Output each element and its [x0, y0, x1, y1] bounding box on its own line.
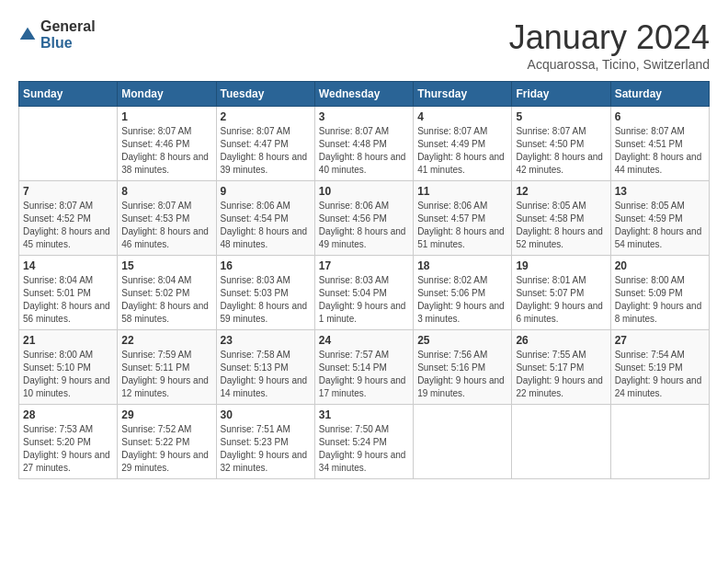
day-info: Sunrise: 8:07 AMSunset: 4:47 PMDaylight:…	[221, 125, 311, 177]
weekday-header-monday: Monday	[118, 82, 216, 107]
calendar-cell: 18Sunrise: 8:02 AMSunset: 5:06 PMDayligh…	[414, 256, 512, 330]
calendar-cell: 6Sunrise: 8:07 AMSunset: 4:51 PMDaylight…	[610, 107, 709, 181]
day-number: 1	[121, 110, 211, 123]
day-info: Sunrise: 8:06 AMSunset: 4:57 PMDaylight:…	[417, 200, 507, 251]
day-info: Sunrise: 8:04 AMSunset: 5:02 PMDaylight:…	[121, 274, 211, 326]
weekday-header-sunday: Sunday	[19, 82, 118, 107]
day-info: Sunrise: 8:07 AMSunset: 4:52 PMDaylight:…	[23, 200, 113, 251]
day-info: Sunrise: 8:03 AMSunset: 5:03 PMDaylight:…	[221, 274, 311, 326]
day-info: Sunrise: 7:51 AMSunset: 5:23 PMDaylight:…	[221, 423, 311, 475]
day-number: 25	[417, 334, 507, 347]
day-info: Sunrise: 8:01 AMSunset: 5:07 PMDaylight:…	[516, 274, 606, 326]
day-info: Sunrise: 7:59 AMSunset: 5:11 PMDaylight:…	[121, 349, 211, 400]
weekday-header-friday: Friday	[512, 82, 610, 107]
calendar-cell: 27Sunrise: 7:54 AMSunset: 5:19 PMDayligh…	[610, 330, 709, 405]
calendar-cell: 4Sunrise: 8:07 AMSunset: 4:49 PMDaylight…	[414, 107, 512, 181]
day-number: 9	[221, 185, 311, 198]
calendar-cell: 1Sunrise: 8:07 AMSunset: 4:46 PMDaylight…	[118, 107, 216, 181]
day-number: 17	[319, 259, 409, 272]
calendar-cell: 12Sunrise: 8:05 AMSunset: 4:58 PMDayligh…	[512, 181, 610, 256]
calendar-cell: 11Sunrise: 8:06 AMSunset: 4:57 PMDayligh…	[414, 181, 512, 256]
day-info: Sunrise: 7:56 AMSunset: 5:16 PMDaylight:…	[417, 349, 507, 400]
calendar-cell: 22Sunrise: 7:59 AMSunset: 5:11 PMDayligh…	[118, 330, 216, 405]
location-subtitle: Acquarossa, Ticino, Switzerland	[509, 57, 710, 72]
calendar-cell: 15Sunrise: 8:04 AMSunset: 5:02 PMDayligh…	[118, 256, 216, 330]
calendar-week-2: 7Sunrise: 8:07 AMSunset: 4:52 PMDaylight…	[19, 181, 710, 256]
weekday-header-thursday: Thursday	[414, 82, 512, 107]
day-number: 30	[221, 408, 311, 421]
day-info: Sunrise: 8:02 AMSunset: 5:06 PMDaylight:…	[417, 274, 507, 326]
logo-general: General	[40, 18, 96, 35]
day-number: 4	[417, 110, 507, 123]
day-number: 23	[221, 334, 311, 347]
calendar-cell	[610, 405, 709, 479]
calendar-cell	[19, 107, 118, 181]
logo-icon	[18, 26, 37, 44]
weekday-header-row: SundayMondayTuesdayWednesdayThursdayFrid…	[19, 82, 710, 107]
calendar-cell: 14Sunrise: 8:04 AMSunset: 5:01 PMDayligh…	[19, 256, 118, 330]
day-number: 21	[23, 334, 113, 347]
month-title: January 2024	[509, 18, 710, 57]
calendar-cell: 30Sunrise: 7:51 AMSunset: 5:23 PMDayligh…	[216, 405, 314, 479]
day-info: Sunrise: 8:05 AMSunset: 4:58 PMDaylight:…	[516, 200, 606, 251]
calendar-cell	[512, 405, 610, 479]
day-number: 31	[319, 408, 409, 421]
calendar-cell: 8Sunrise: 8:07 AMSunset: 4:53 PMDaylight…	[118, 181, 216, 256]
day-info: Sunrise: 8:07 AMSunset: 4:53 PMDaylight:…	[121, 200, 211, 251]
day-number: 13	[615, 185, 705, 198]
day-number: 8	[121, 185, 211, 198]
weekday-header-wednesday: Wednesday	[314, 82, 413, 107]
day-info: Sunrise: 7:50 AMSunset: 5:24 PMDaylight:…	[319, 423, 409, 475]
day-number: 22	[121, 334, 211, 347]
logo: General Blue	[18, 18, 96, 51]
day-info: Sunrise: 8:05 AMSunset: 4:59 PMDaylight:…	[615, 200, 705, 251]
day-number: 11	[417, 185, 507, 198]
calendar-cell: 10Sunrise: 8:06 AMSunset: 4:56 PMDayligh…	[314, 181, 413, 256]
logo-blue: Blue	[40, 35, 96, 52]
day-number: 16	[221, 259, 311, 272]
calendar-cell: 7Sunrise: 8:07 AMSunset: 4:52 PMDaylight…	[19, 181, 118, 256]
day-info: Sunrise: 8:07 AMSunset: 4:48 PMDaylight:…	[319, 125, 409, 177]
day-number: 6	[615, 110, 705, 123]
day-number: 24	[319, 334, 409, 347]
calendar-cell: 9Sunrise: 8:06 AMSunset: 4:54 PMDaylight…	[216, 181, 314, 256]
day-number: 12	[516, 185, 606, 198]
calendar-cell: 3Sunrise: 8:07 AMSunset: 4:48 PMDaylight…	[314, 107, 413, 181]
calendar-cell: 13Sunrise: 8:05 AMSunset: 4:59 PMDayligh…	[610, 181, 709, 256]
day-number: 10	[319, 185, 409, 198]
day-info: Sunrise: 8:06 AMSunset: 4:54 PMDaylight:…	[221, 200, 311, 251]
calendar-cell: 21Sunrise: 8:00 AMSunset: 5:10 PMDayligh…	[19, 330, 118, 405]
day-info: Sunrise: 7:53 AMSunset: 5:20 PMDaylight:…	[23, 423, 113, 475]
day-number: 27	[615, 334, 705, 347]
calendar-cell: 28Sunrise: 7:53 AMSunset: 5:20 PMDayligh…	[19, 405, 118, 479]
day-number: 14	[23, 259, 113, 272]
weekday-header-saturday: Saturday	[610, 82, 709, 107]
calendar-cell: 20Sunrise: 8:00 AMSunset: 5:09 PMDayligh…	[610, 256, 709, 330]
calendar-cell: 24Sunrise: 7:57 AMSunset: 5:14 PMDayligh…	[314, 330, 413, 405]
day-info: Sunrise: 8:04 AMSunset: 5:01 PMDaylight:…	[23, 274, 113, 326]
calendar-week-1: 1Sunrise: 8:07 AMSunset: 4:46 PMDaylight…	[19, 107, 710, 181]
day-info: Sunrise: 8:07 AMSunset: 4:46 PMDaylight:…	[121, 125, 211, 177]
title-section: January 2024 Acquarossa, Ticino, Switzer…	[509, 18, 710, 72]
day-number: 3	[319, 110, 409, 123]
day-info: Sunrise: 8:07 AMSunset: 4:49 PMDaylight:…	[417, 125, 507, 177]
calendar-cell	[414, 405, 512, 479]
calendar-week-4: 21Sunrise: 8:00 AMSunset: 5:10 PMDayligh…	[19, 330, 710, 405]
day-number: 15	[121, 259, 211, 272]
calendar-cell: 16Sunrise: 8:03 AMSunset: 5:03 PMDayligh…	[216, 256, 314, 330]
weekday-header-tuesday: Tuesday	[216, 82, 314, 107]
calendar-cell: 19Sunrise: 8:01 AMSunset: 5:07 PMDayligh…	[512, 256, 610, 330]
day-info: Sunrise: 8:03 AMSunset: 5:04 PMDaylight:…	[319, 274, 409, 326]
day-number: 7	[23, 185, 113, 198]
calendar-cell: 5Sunrise: 8:07 AMSunset: 4:50 PMDaylight…	[512, 107, 610, 181]
day-info: Sunrise: 8:07 AMSunset: 4:51 PMDaylight:…	[615, 125, 705, 177]
calendar-week-3: 14Sunrise: 8:04 AMSunset: 5:01 PMDayligh…	[19, 256, 710, 330]
calendar-cell: 26Sunrise: 7:55 AMSunset: 5:17 PMDayligh…	[512, 330, 610, 405]
day-info: Sunrise: 7:52 AMSunset: 5:22 PMDaylight:…	[121, 423, 211, 475]
day-info: Sunrise: 7:57 AMSunset: 5:14 PMDaylight:…	[319, 349, 409, 400]
page-header: General Blue January 2024 Acquarossa, Ti…	[18, 18, 710, 72]
day-number: 2	[221, 110, 311, 123]
calendar-cell: 23Sunrise: 7:58 AMSunset: 5:13 PMDayligh…	[216, 330, 314, 405]
calendar-cell: 25Sunrise: 7:56 AMSunset: 5:16 PMDayligh…	[414, 330, 512, 405]
day-number: 19	[516, 259, 606, 272]
